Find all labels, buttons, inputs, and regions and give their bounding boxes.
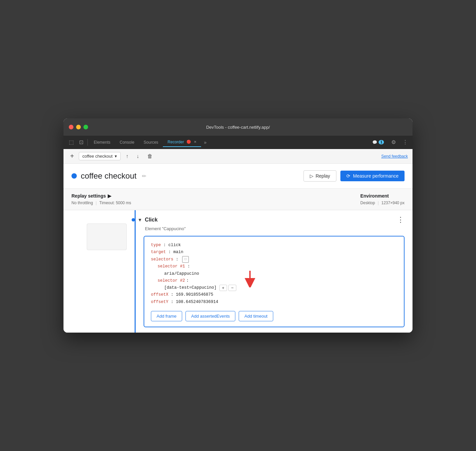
replay-settings-details: No throttling | Timeout: 5000 ms [71,201,131,205]
add-recording-button[interactable]: + [68,152,76,161]
selector-tool-icon: ⬚ [182,256,189,263]
recording-header-area: coffee checkout ✏ ▷ Replay ⟳ Measure per… [63,164,413,189]
export-button[interactable]: ↑ [123,152,131,161]
chevron-right-icon: ▶ [108,193,111,199]
red-arrow-svg [243,271,257,287]
code-line-selector2: selector #2 : [151,277,397,284]
tab-more-button[interactable]: » [201,138,209,146]
steps-thumbnail [63,210,127,333]
devtools-window: DevTools - coffee-cart.netlify.app/ ⬚ ⊡ … [63,118,413,333]
code-line-type: type : click [151,242,397,249]
tab-sources[interactable]: Sources [139,138,163,147]
replay-button[interactable]: ▷ Replay [303,170,336,182]
desktop-label: Desktop [360,201,375,205]
add-frame-button[interactable]: Add frame [151,311,182,321]
import-button[interactable]: ↓ [134,152,142,161]
step-element-label: Element "Cappucino" [145,226,405,231]
add-timeout-button[interactable]: Add timeout [239,311,273,321]
settings-bar: Replay settings ▶ No throttling | Timeou… [63,189,413,210]
traffic-lights [69,125,88,129]
minimize-button[interactable] [76,125,81,129]
code-line-selectors: selectors : ⬚ [151,256,397,263]
resolution-label: 1237×940 px [381,201,405,205]
step-header: ▼ Click ⋮ [144,216,405,224]
replay-settings-title[interactable]: Replay settings ▶ [71,193,131,199]
environment-section: Environment Desktop | 1237×940 px [360,193,405,205]
window-title: DevTools - coffee-cart.netlify.app/ [206,125,270,130]
step-indicator [132,218,135,222]
tabbar-right: 💬 1 ⚙ ⋮ [370,138,410,147]
measure-performance-button[interactable]: ⟳ Measure performance [340,171,405,181]
step-thumbnail-image [87,224,127,250]
toolbar: + coffee checkout ▾ ↑ ↓ 🗑 Send feedback [63,149,413,164]
selector-remove-button[interactable]: − [228,285,236,291]
step-type-label: Click [145,217,394,223]
feedback-badge-button[interactable]: 💬 1 [370,139,387,146]
settings-divider: | [96,201,97,205]
environment-title: Environment [360,193,405,199]
send-feedback-link[interactable]: Send feedback [381,154,408,159]
code-line-selector2-val: [data-test=Cappucino] + − [151,284,397,291]
code-line-offsetX: offsetX : 169.90185546875 [151,291,397,298]
tab-elements[interactable]: Elements [89,138,115,147]
env-divider: | [378,201,379,205]
selector-action-btns: + − [219,285,236,291]
recording-dot [71,173,77,179]
tab-recorder[interactable]: Recorder 🔴 ✕ [163,138,201,147]
code-line-offsetY: offsetY : 108.6452407836914 [151,299,397,306]
code-line-selector1-val: aria/Cappucino [151,270,397,277]
edit-title-icon[interactable]: ✏ [142,173,146,179]
tab-separator [87,139,88,146]
tabbar: ⬚ ⊡ Elements Console Sources Recorder 🔴 … [63,136,413,149]
tab-close-icon[interactable]: ✕ [194,140,196,144]
step-detail-panel: ▼ Click ⋮ Element "Cappucino" type : cli… [135,210,413,333]
step-footer-actions: Add frame Add assertedEvents Add timeout [151,311,397,321]
delete-icon: 🗑 [147,153,153,159]
settings-icon[interactable]: ⚙ [389,138,398,147]
chat-icon: 💬 [372,140,377,145]
recording-title: coffee checkout [81,171,137,181]
recording-header: coffee checkout ✏ ▷ Replay ⟳ Measure per… [71,170,405,188]
header-actions: ▷ Replay ⟳ Measure performance [303,170,405,182]
dropdown-icon: ▾ [115,154,117,159]
selector-add-button[interactable]: + [219,285,227,291]
inspect-icon[interactable]: ⊡ [76,138,86,147]
throttling-label: No throttling [71,201,93,205]
export-icon: ↑ [126,153,129,159]
delete-button[interactable]: 🗑 [145,152,155,161]
import-icon: ↓ [137,153,139,159]
step-collapse-icon[interactable]: ▼ [138,217,142,223]
replay-settings-section: Replay settings ▶ No throttling | Timeou… [71,193,131,205]
maximize-button[interactable] [83,125,88,129]
measure-icon: ⟳ [346,173,350,179]
add-asserted-events-button[interactable]: Add assertedEvents [185,311,235,321]
tab-console[interactable]: Console [115,138,139,147]
code-line-target: target : main [151,249,397,256]
timeout-label: Timeout: 5000 ms [99,201,131,205]
recording-selector[interactable]: coffee checkout ▾ [79,152,121,160]
cursor-icon[interactable]: ⬚ [66,138,76,147]
more-menu-icon[interactable]: ⋮ [401,138,410,147]
environment-details: Desktop | 1237×940 px [360,201,405,205]
steps-area: ▼ Click ⋮ Element "Cappucino" type : cli… [63,210,413,333]
badge-count: 1 [379,140,384,144]
code-line-selector1: selector #1 : [151,263,397,270]
recording-selector-label: coffee checkout [82,154,113,159]
code-block: type : click target : main selectors : ⬚… [144,236,405,327]
step-menu-icon[interactable]: ⋮ [397,216,405,224]
close-button[interactable] [69,125,73,129]
play-icon: ▷ [310,173,313,179]
titlebar: DevTools - coffee-cart.netlify.app/ [63,118,413,136]
